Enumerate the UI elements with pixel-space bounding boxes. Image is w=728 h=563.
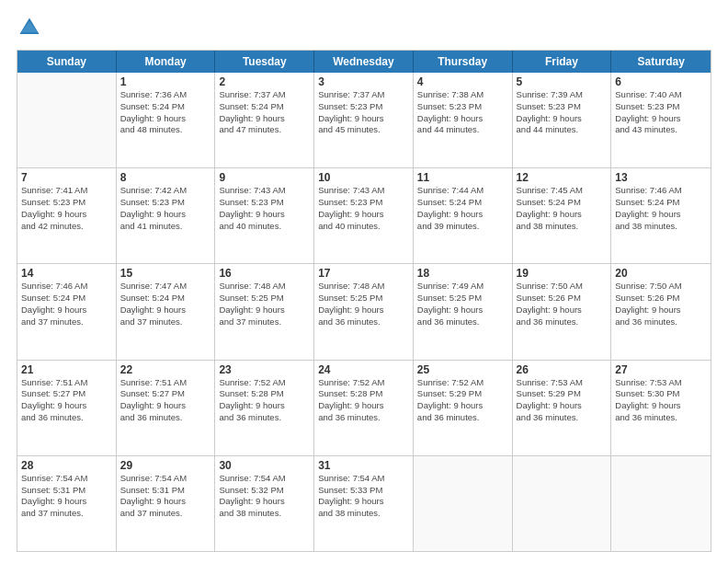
day-number: 10 bbox=[318, 171, 409, 184]
cal-cell: 21Sunrise: 7:51 AMSunset: 5:27 PMDayligh… bbox=[17, 361, 117, 455]
day-info: Sunrise: 7:37 AMSunset: 5:23 PMDaylight:… bbox=[318, 89, 409, 136]
day-number: 17 bbox=[318, 267, 409, 280]
day-info: Sunrise: 7:53 AMSunset: 5:30 PMDaylight:… bbox=[615, 377, 707, 424]
day-number: 7 bbox=[21, 171, 112, 184]
day-number: 23 bbox=[219, 363, 310, 376]
cal-row-1: 7Sunrise: 7:41 AMSunset: 5:23 PMDaylight… bbox=[17, 168, 711, 264]
cal-header-monday: Monday bbox=[117, 51, 216, 73]
cal-header-tuesday: Tuesday bbox=[215, 51, 314, 73]
day-number: 29 bbox=[120, 459, 211, 472]
calendar: SundayMondayTuesdayWednesdayThursdayFrid… bbox=[17, 50, 711, 552]
cal-row-2: 14Sunrise: 7:46 AMSunset: 5:24 PMDayligh… bbox=[17, 264, 711, 360]
day-info: Sunrise: 7:47 AMSunset: 5:24 PMDaylight:… bbox=[120, 281, 211, 327]
day-info: Sunrise: 7:52 AMSunset: 5:29 PMDaylight:… bbox=[417, 377, 508, 424]
header bbox=[17, 15, 711, 40]
day-number: 19 bbox=[517, 267, 608, 280]
day-number: 21 bbox=[21, 363, 112, 376]
day-info: Sunrise: 7:46 AMSunset: 5:24 PMDaylight:… bbox=[21, 281, 112, 327]
cal-cell: 28Sunrise: 7:54 AMSunset: 5:31 PMDayligh… bbox=[17, 456, 117, 551]
day-info: Sunrise: 7:48 AMSunset: 5:25 PMDaylight:… bbox=[318, 281, 409, 327]
cal-cell: 17Sunrise: 7:48 AMSunset: 5:25 PMDayligh… bbox=[314, 264, 414, 359]
day-number: 31 bbox=[318, 459, 409, 472]
cal-cell: 23Sunrise: 7:52 AMSunset: 5:28 PMDayligh… bbox=[215, 361, 314, 455]
cal-cell bbox=[513, 456, 612, 551]
cal-cell: 9Sunrise: 7:43 AMSunset: 5:23 PMDaylight… bbox=[215, 168, 314, 263]
day-number: 28 bbox=[21, 459, 112, 472]
day-number: 13 bbox=[615, 171, 707, 184]
day-number: 25 bbox=[417, 363, 508, 376]
logo-icon bbox=[17, 15, 42, 40]
cal-cell: 27Sunrise: 7:53 AMSunset: 5:30 PMDayligh… bbox=[611, 361, 711, 455]
day-number: 5 bbox=[517, 75, 608, 88]
page: SundayMondayTuesdayWednesdayThursdayFrid… bbox=[0, 0, 728, 563]
cal-cell: 5Sunrise: 7:39 AMSunset: 5:23 PMDaylight… bbox=[513, 73, 612, 167]
cal-cell: 10Sunrise: 7:43 AMSunset: 5:23 PMDayligh… bbox=[314, 168, 414, 263]
day-info: Sunrise: 7:54 AMSunset: 5:31 PMDaylight:… bbox=[21, 473, 112, 520]
day-number: 3 bbox=[318, 75, 409, 88]
cal-cell: 12Sunrise: 7:45 AMSunset: 5:24 PMDayligh… bbox=[513, 168, 612, 263]
cal-cell: 8Sunrise: 7:42 AMSunset: 5:23 PMDaylight… bbox=[117, 168, 216, 263]
day-number: 24 bbox=[318, 363, 409, 376]
day-info: Sunrise: 7:51 AMSunset: 5:27 PMDaylight:… bbox=[21, 377, 112, 424]
day-info: Sunrise: 7:44 AMSunset: 5:24 PMDaylight:… bbox=[417, 185, 508, 232]
day-info: Sunrise: 7:54 AMSunset: 5:32 PMDaylight:… bbox=[219, 473, 310, 520]
cal-cell: 4Sunrise: 7:38 AMSunset: 5:23 PMDaylight… bbox=[414, 73, 513, 167]
cal-cell: 25Sunrise: 7:52 AMSunset: 5:29 PMDayligh… bbox=[414, 361, 513, 455]
cal-header-thursday: Thursday bbox=[414, 51, 513, 73]
day-number: 4 bbox=[417, 75, 508, 88]
day-number: 6 bbox=[615, 75, 707, 88]
day-number: 12 bbox=[517, 171, 608, 184]
day-info: Sunrise: 7:39 AMSunset: 5:23 PMDaylight:… bbox=[517, 89, 608, 136]
day-info: Sunrise: 7:43 AMSunset: 5:23 PMDaylight:… bbox=[318, 185, 409, 232]
day-info: Sunrise: 7:37 AMSunset: 5:24 PMDaylight:… bbox=[219, 89, 310, 136]
cal-header-saturday: Saturday bbox=[611, 51, 711, 73]
day-info: Sunrise: 7:36 AMSunset: 5:24 PMDaylight:… bbox=[120, 89, 211, 136]
cal-cell: 13Sunrise: 7:46 AMSunset: 5:24 PMDayligh… bbox=[611, 168, 711, 263]
cal-cell: 24Sunrise: 7:52 AMSunset: 5:28 PMDayligh… bbox=[314, 361, 414, 455]
cal-cell: 11Sunrise: 7:44 AMSunset: 5:24 PMDayligh… bbox=[414, 168, 513, 263]
cal-cell bbox=[17, 73, 117, 167]
cal-header-sunday: Sunday bbox=[17, 51, 117, 73]
cal-cell: 30Sunrise: 7:54 AMSunset: 5:32 PMDayligh… bbox=[215, 456, 314, 551]
cal-cell: 31Sunrise: 7:54 AMSunset: 5:33 PMDayligh… bbox=[314, 456, 414, 551]
cal-cell bbox=[611, 456, 711, 551]
day-number: 9 bbox=[219, 171, 310, 184]
calendar-header-row: SundayMondayTuesdayWednesdayThursdayFrid… bbox=[17, 51, 711, 73]
day-number: 11 bbox=[417, 171, 508, 184]
day-number: 20 bbox=[615, 267, 707, 280]
cal-header-wednesday: Wednesday bbox=[314, 51, 414, 73]
cal-row-3: 21Sunrise: 7:51 AMSunset: 5:27 PMDayligh… bbox=[17, 361, 711, 456]
cal-row-4: 28Sunrise: 7:54 AMSunset: 5:31 PMDayligh… bbox=[17, 456, 711, 551]
day-info: Sunrise: 7:48 AMSunset: 5:25 PMDaylight:… bbox=[219, 281, 310, 327]
cal-cell: 22Sunrise: 7:51 AMSunset: 5:27 PMDayligh… bbox=[117, 361, 216, 455]
cal-cell: 20Sunrise: 7:50 AMSunset: 5:26 PMDayligh… bbox=[611, 264, 711, 359]
day-info: Sunrise: 7:45 AMSunset: 5:24 PMDaylight:… bbox=[517, 185, 608, 232]
cal-cell: 15Sunrise: 7:47 AMSunset: 5:24 PMDayligh… bbox=[117, 264, 216, 359]
cal-row-0: 1Sunrise: 7:36 AMSunset: 5:24 PMDaylight… bbox=[17, 73, 711, 168]
svg-marker-1 bbox=[21, 21, 38, 32]
day-info: Sunrise: 7:50 AMSunset: 5:26 PMDaylight:… bbox=[517, 281, 608, 327]
cal-cell: 18Sunrise: 7:49 AMSunset: 5:25 PMDayligh… bbox=[414, 264, 513, 359]
cal-cell: 6Sunrise: 7:40 AMSunset: 5:23 PMDaylight… bbox=[611, 73, 711, 167]
cal-cell: 1Sunrise: 7:36 AMSunset: 5:24 PMDaylight… bbox=[117, 73, 216, 167]
day-info: Sunrise: 7:50 AMSunset: 5:26 PMDaylight:… bbox=[615, 281, 707, 327]
day-number: 8 bbox=[120, 171, 211, 184]
day-info: Sunrise: 7:54 AMSunset: 5:31 PMDaylight:… bbox=[120, 473, 211, 520]
day-number: 14 bbox=[21, 267, 112, 280]
day-info: Sunrise: 7:51 AMSunset: 5:27 PMDaylight:… bbox=[120, 377, 211, 424]
calendar-body: 1Sunrise: 7:36 AMSunset: 5:24 PMDaylight… bbox=[17, 73, 711, 551]
day-number: 15 bbox=[120, 267, 211, 280]
cal-cell: 29Sunrise: 7:54 AMSunset: 5:31 PMDayligh… bbox=[117, 456, 216, 551]
cal-cell: 3Sunrise: 7:37 AMSunset: 5:23 PMDaylight… bbox=[314, 73, 414, 167]
day-info: Sunrise: 7:42 AMSunset: 5:23 PMDaylight:… bbox=[120, 185, 211, 232]
day-number: 16 bbox=[219, 267, 310, 280]
cal-cell: 2Sunrise: 7:37 AMSunset: 5:24 PMDaylight… bbox=[215, 73, 314, 167]
day-number: 18 bbox=[417, 267, 508, 280]
cal-cell: 16Sunrise: 7:48 AMSunset: 5:25 PMDayligh… bbox=[215, 264, 314, 359]
day-info: Sunrise: 7:38 AMSunset: 5:23 PMDaylight:… bbox=[417, 89, 508, 136]
day-number: 1 bbox=[120, 75, 211, 88]
cal-cell: 19Sunrise: 7:50 AMSunset: 5:26 PMDayligh… bbox=[513, 264, 612, 359]
day-number: 30 bbox=[219, 459, 310, 472]
day-info: Sunrise: 7:41 AMSunset: 5:23 PMDaylight:… bbox=[21, 185, 112, 232]
cal-cell: 14Sunrise: 7:46 AMSunset: 5:24 PMDayligh… bbox=[17, 264, 117, 359]
